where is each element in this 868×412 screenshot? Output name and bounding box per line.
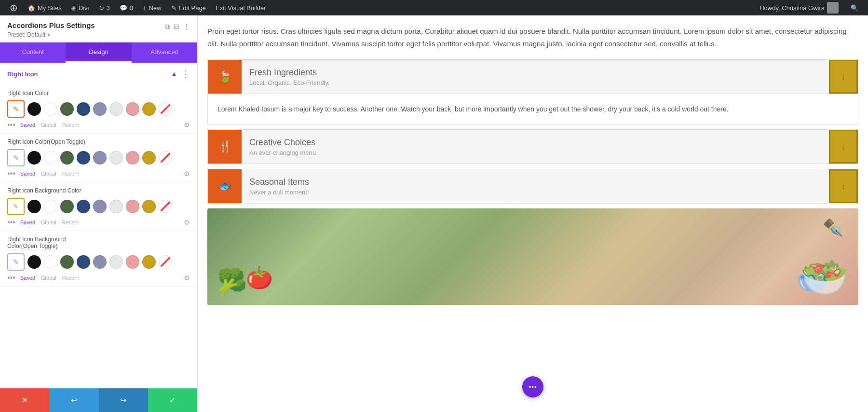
color-bg-open-green[interactable]	[60, 255, 74, 269]
house-icon: 🏠	[27, 4, 35, 12]
color-open-settings-gear-icon[interactable]: ⚙	[184, 170, 190, 178]
accordion-creative-header[interactable]: 🍴 Creative Choices An ever-changing menu…	[208, 130, 858, 164]
seasonal-toggle[interactable]: ↓	[829, 169, 858, 203]
accordion-fresh-header[interactable]: 🍃 Fresh Ingredients Local. Organic. Eco-…	[208, 60, 858, 94]
exit-visual-builder-button[interactable]: Exit Visual Builder	[211, 0, 271, 15]
cancel-button[interactable]: ✕	[0, 388, 49, 412]
color-open-pink[interactable]	[126, 151, 139, 165]
color-bg-open-tab-global[interactable]: Global	[41, 275, 56, 281]
color-open-tab-global[interactable]: Global	[41, 171, 56, 177]
color-bg-black[interactable]	[27, 200, 41, 213]
color-open-black[interactable]	[27, 151, 41, 165]
save-button[interactable]: ✓	[148, 388, 197, 412]
eyedropper-icon: ✎	[13, 154, 19, 162]
panel-menu-icon[interactable]: ⋮	[183, 23, 190, 31]
color-swatch-white[interactable]	[44, 102, 57, 116]
divi-menu[interactable]: ◈ Divi	[67, 0, 94, 15]
my-sites-menu[interactable]: 🏠 My Sites	[23, 0, 67, 15]
color-bg-open-navy[interactable]	[77, 255, 90, 269]
floating-action-button[interactable]: •••	[522, 376, 543, 398]
color-bg-open-black[interactable]	[27, 255, 41, 269]
color-swatch-pink[interactable]	[126, 102, 139, 116]
color-bg-open-gold[interactable]	[142, 255, 156, 269]
right-icon-color-open-setting: Right Icon Color(Open Toggle) ✎	[0, 134, 197, 182]
color-bg-white[interactable]	[44, 200, 57, 213]
color-bg-open-settings-gear-icon[interactable]: ⚙	[184, 274, 190, 282]
section-options-icon[interactable]: ⋮	[181, 69, 190, 79]
color-bg-open-none[interactable]	[159, 255, 172, 269]
color-open-lavender[interactable]	[93, 151, 107, 165]
tab-design[interactable]: Design	[66, 42, 131, 63]
color-swatch-gold[interactable]	[142, 102, 156, 116]
color-bg-open-pink[interactable]	[126, 255, 139, 269]
panel-layout-icon[interactable]: ⊟	[174, 23, 179, 31]
tab-content[interactable]: Content	[0, 42, 66, 63]
color-open-tab-recent[interactable]: Recent	[62, 171, 79, 177]
right-icon-color-active-swatch[interactable]: ✎	[7, 100, 25, 118]
color-open-lightgray[interactable]	[109, 151, 123, 165]
user-greeting[interactable]: Howdy, Christina Gwira	[755, 2, 843, 14]
color-bg-lightgray[interactable]	[109, 200, 123, 213]
comments-menu[interactable]: 💬 0	[115, 0, 138, 15]
right-icon-bg-active-swatch[interactable]: ✎	[7, 198, 25, 215]
color-open-navy[interactable]	[77, 151, 90, 165]
search-button[interactable]: 🔍	[846, 4, 863, 12]
color-swatch-lavender[interactable]	[93, 102, 107, 116]
color-bg-lavender[interactable]	[93, 200, 107, 213]
eyedropper-icon: ✎	[13, 258, 19, 266]
color-bg-tab-global[interactable]: Global	[41, 220, 56, 225]
creative-toggle[interactable]: ↓	[829, 130, 858, 164]
color-swatch-green[interactable]	[60, 102, 74, 116]
color-bg-tab-recent[interactable]: Recent	[62, 220, 79, 225]
color-tab-saved[interactable]: Saved	[20, 122, 35, 128]
intro-text: Proin eget tortor risus. Cras ultricies …	[207, 25, 858, 50]
color-tab-recent[interactable]: Recent	[62, 122, 79, 128]
color-open-white[interactable]	[44, 151, 57, 165]
wp-logo[interactable]: ⊕	[5, 0, 23, 15]
color-open-tab-dots[interactable]: •••	[7, 169, 15, 178]
color-settings-gear-icon[interactable]: ⚙	[184, 121, 190, 129]
divi-icon: ◈	[71, 4, 76, 12]
color-bg-open-tab-dots[interactable]: •••	[7, 274, 15, 282]
color-bg-navy[interactable]	[77, 200, 90, 213]
color-bg-open-white[interactable]	[44, 255, 57, 269]
color-open-tab-saved[interactable]: Saved	[20, 171, 35, 177]
accordion-seasonal-header[interactable]: 🐟 Seasonal Items Never a dull moment! ↓	[208, 169, 858, 203]
color-bg-gold[interactable]	[142, 200, 156, 213]
check-icon: ✓	[169, 396, 176, 405]
color-swatch-navy[interactable]	[77, 102, 90, 116]
color-bg-open-lightgray[interactable]	[109, 255, 123, 269]
section-collapse-icon[interactable]: ▲	[171, 70, 177, 78]
color-swatch-lightgray[interactable]	[109, 102, 123, 116]
tab-advanced[interactable]: Advanced	[132, 42, 197, 63]
color-tab-global[interactable]: Global	[41, 122, 56, 128]
color-open-gold[interactable]	[142, 151, 156, 165]
panel-expand-icon[interactable]: ⧉	[165, 23, 170, 31]
fork-icon: 🍴	[218, 140, 231, 153]
color-tab-dots[interactable]: •••	[7, 121, 15, 129]
color-bg-tab-saved[interactable]: Saved	[20, 220, 35, 225]
color-open-none[interactable]	[159, 151, 172, 165]
right-icon-section-title: Right Icon	[7, 70, 38, 78]
right-icon-color-open-active-swatch[interactable]: ✎	[7, 149, 25, 166]
arrow-down-icon: ↓	[841, 181, 846, 192]
redo-button[interactable]: ↪	[99, 388, 148, 412]
color-swatch-none[interactable]	[159, 102, 172, 116]
color-bg-none[interactable]	[159, 200, 172, 213]
color-bg-open-tab-saved[interactable]: Saved	[20, 275, 35, 281]
color-bg-pink[interactable]	[126, 200, 139, 213]
edit-page-button[interactable]: ✎ Edit Page	[166, 0, 211, 15]
fresh-toggle[interactable]: ↓	[829, 60, 858, 94]
updates-menu[interactable]: ↻ 3	[94, 0, 115, 15]
right-icon-bg-open-active-swatch[interactable]: ✎	[7, 253, 25, 271]
color-bg-open-tab-recent[interactable]: Recent	[62, 275, 79, 281]
color-bg-green[interactable]	[60, 200, 74, 213]
color-bg-tab-dots[interactable]: •••	[7, 218, 15, 227]
undo-button[interactable]: ↩	[49, 388, 98, 412]
color-swatch-black[interactable]	[27, 102, 41, 116]
fresh-body: Lorem Khaled Ipsum is a major key to suc…	[208, 94, 858, 124]
color-bg-settings-gear-icon[interactable]: ⚙	[184, 219, 190, 226]
color-bg-open-lavender[interactable]	[93, 255, 107, 269]
color-open-green[interactable]	[60, 151, 74, 165]
new-menu[interactable]: + New	[138, 0, 166, 15]
